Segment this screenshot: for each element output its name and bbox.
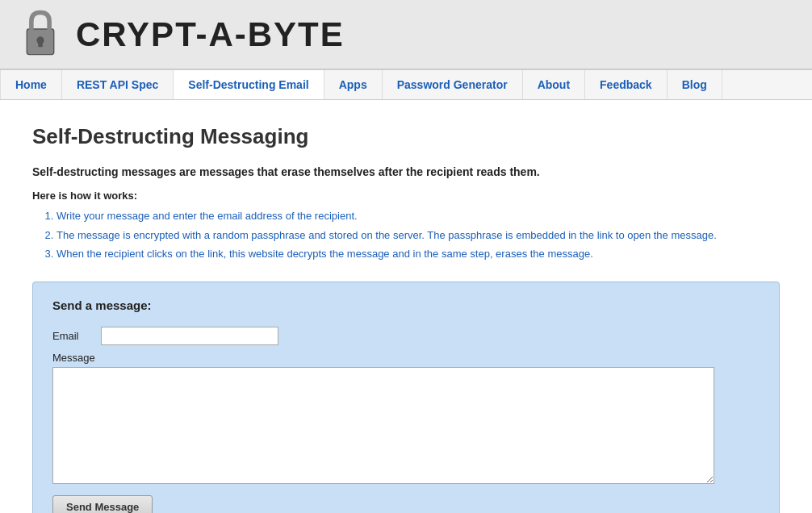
nav-item-about[interactable]: About: [523, 70, 585, 99]
send-message-button[interactable]: Send Message: [52, 495, 153, 514]
site-title: CRYPT-A-BYTE: [76, 15, 345, 54]
nav-item-blog[interactable]: Blog: [668, 70, 722, 99]
nav-item-feedback[interactable]: Feedback: [585, 70, 668, 99]
email-row: Email: [52, 327, 760, 345]
message-label: Message: [52, 352, 95, 364]
svg-rect-2: [38, 40, 43, 47]
nav-item-self-destructing-email[interactable]: Self-Destructing Email: [174, 70, 324, 99]
lock-icon: [16, 8, 65, 60]
how-it-works-label: Here is how it works:: [32, 190, 780, 202]
page-heading: Self-Destructing Messaging: [32, 124, 780, 149]
navbar: HomeREST API SpecSelf-Destructing EmailA…: [0, 69, 812, 100]
step-item: The message is encrypted with a random p…: [57, 227, 780, 244]
form-box: Send a message: Email Message Send Messa…: [32, 282, 780, 514]
message-label-row: Message: [52, 352, 760, 364]
email-label: Email: [52, 330, 101, 342]
step-item: Write your message and enter the email a…: [57, 208, 780, 224]
email-input[interactable]: [101, 327, 278, 345]
message-textarea[interactable]: [52, 367, 714, 484]
nav-item-rest-api-spec[interactable]: REST API Spec: [62, 70, 174, 99]
form-heading: Send a message:: [52, 298, 760, 312]
main-content: Self-Destructing Messaging Self-destruct…: [0, 100, 812, 513]
nav-item-home[interactable]: Home: [0, 70, 62, 99]
site-header: CRYPT-A-BYTE: [0, 0, 812, 69]
nav-item-password-generator[interactable]: Password Generator: [383, 70, 523, 99]
intro-text: Self-destructing messages are messages t…: [32, 165, 780, 178]
step-item: When the recipient clicks on the link, t…: [57, 246, 780, 262]
nav-item-apps[interactable]: Apps: [324, 70, 383, 99]
steps-list: Write your message and enter the email a…: [57, 208, 780, 262]
